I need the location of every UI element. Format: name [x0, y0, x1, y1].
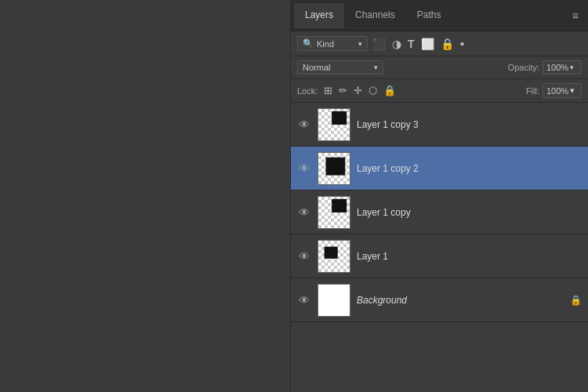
visibility-icon[interactable]: 👁: [297, 250, 311, 263]
opacity-value: 100%: [546, 63, 568, 72]
layer-name: Layer 1 copy 2: [357, 163, 582, 174]
layers-list: 👁 Layer 1 copy 3 👁 Layer 1 copy 2 👁: [291, 103, 588, 392]
fill-label: Fill:: [526, 86, 539, 96]
kind-icon-smartobj[interactable]: 🔒: [441, 38, 454, 50]
tab-bar: Layers Channels Paths ≡: [291, 0, 588, 31]
fill-value: 100%: [546, 86, 568, 96]
layer-row[interactable]: 👁 Layer 1 copy 2: [291, 147, 588, 191]
visibility-icon[interactable]: 👁: [297, 162, 311, 175]
kind-icons: ⬛ ◑ T ⬜ 🔒 ●: [372, 38, 465, 50]
layer-row[interactable]: 👁 Background 🔒: [291, 278, 588, 322]
blend-mode-value: Normal: [303, 63, 330, 72]
layer-thumbnail: [318, 108, 350, 141]
layer-name: Layer 1: [357, 251, 582, 262]
panel-menu-icon[interactable]: ≡: [566, 9, 585, 22]
layer-thumbnail: [318, 196, 350, 229]
layer-name: Layer 1 copy: [357, 207, 582, 218]
blend-row: Normal ▾ Opacity: 100% ▾: [291, 56, 588, 79]
svg-rect-1: [326, 157, 346, 175]
visibility-icon[interactable]: 👁: [297, 118, 311, 131]
layer-row[interactable]: 👁 Layer 1 copy: [291, 191, 588, 234]
lock-image-icon[interactable]: ✏: [339, 85, 347, 96]
tab-layers[interactable]: Layers: [294, 3, 344, 28]
kind-icon-type[interactable]: T: [408, 38, 415, 50]
layer-name: Background: [357, 295, 564, 306]
opacity-input[interactable]: 100% ▾: [543, 60, 582, 74]
layer-row[interactable]: 👁 Layer 1 copy 3: [291, 103, 588, 147]
fill-input[interactable]: 100% ▾: [543, 83, 582, 98]
visibility-icon[interactable]: 👁: [297, 294, 311, 307]
opacity-arrow: ▾: [570, 64, 574, 71]
lock-artboard-icon[interactable]: ⬡: [368, 85, 377, 96]
opacity-group: Opacity: 100% ▾: [508, 60, 582, 74]
svg-rect-3: [325, 246, 338, 258]
kind-icon-shape[interactable]: ⬜: [421, 38, 434, 50]
layer-name: Layer 1 copy 3: [357, 119, 582, 130]
lock-label: Lock:: [297, 86, 318, 96]
lock-row: Lock: ⊞ ✏ ✛ ⬡ 🔒 Fill: 100% ▾: [291, 79, 588, 103]
layer-row[interactable]: 👁 Layer 1: [291, 234, 588, 278]
opacity-label: Opacity:: [508, 63, 539, 72]
kind-icon-image[interactable]: ⬛: [372, 38, 386, 50]
kind-arrow: ▾: [358, 40, 362, 48]
layers-panel: Layers Channels Paths ≡ 🔍 Kind ▾ ⬛ ◑ T ⬜…: [290, 0, 588, 392]
layer-thumbnail: [318, 152, 350, 185]
tab-paths[interactable]: Paths: [406, 3, 452, 28]
visibility-icon[interactable]: 👁: [297, 206, 311, 219]
kind-select[interactable]: 🔍 Kind ▾: [297, 36, 368, 51]
layer-thumbnail: [318, 284, 350, 317]
svg-rect-0: [332, 111, 347, 124]
svg-rect-2: [332, 198, 347, 212]
lock-all-icon[interactable]: 🔒: [383, 85, 396, 96]
fill-arrow: ▾: [570, 85, 575, 96]
kind-icon-adjustment[interactable]: ◑: [392, 38, 401, 50]
kind-label: Kind: [317, 39, 334, 49]
fill-group: Fill: 100% ▾: [526, 83, 582, 98]
blend-mode-select[interactable]: Normal ▾: [297, 60, 383, 74]
layer-thumbnail: [318, 240, 350, 273]
left-panel: [0, 0, 290, 392]
lock-icons: ⊞ ✏ ✛ ⬡ 🔒: [324, 85, 396, 96]
kind-row: 🔍 Kind ▾ ⬛ ◑ T ⬜ 🔒 ●: [291, 31, 588, 56]
blend-mode-arrow: ▾: [374, 64, 378, 71]
kind-search-icon: 🔍: [303, 38, 314, 49]
lock-position-icon[interactable]: ✛: [354, 85, 362, 96]
kind-icon-filter[interactable]: ●: [460, 39, 465, 48]
layer-locked-icon: 🔒: [570, 295, 582, 306]
lock-transparent-icon[interactable]: ⊞: [324, 85, 332, 96]
tab-channels[interactable]: Channels: [344, 3, 406, 28]
